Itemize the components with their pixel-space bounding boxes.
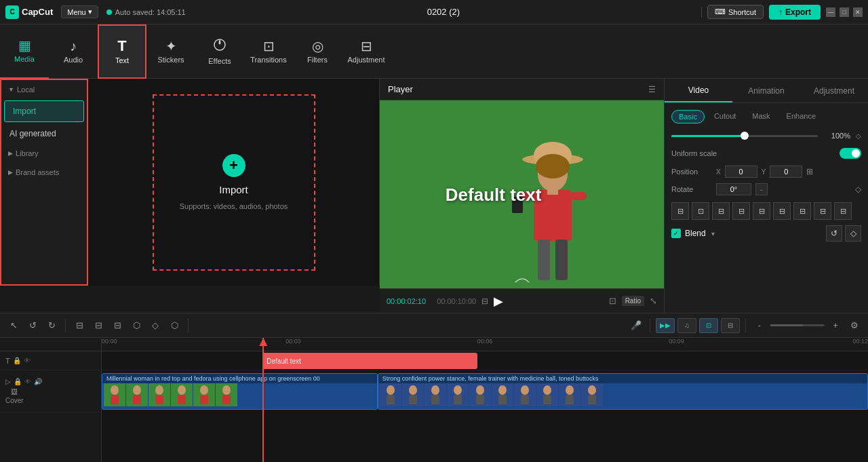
blend-dropdown-icon[interactable]: ▾ <box>711 230 715 237</box>
top-bar: C CapCut Menu ▾ Auto saved: 14:05:11 020… <box>0 0 868 24</box>
track-4-button[interactable]: ⊟ <box>721 318 740 333</box>
ai-generated-item[interactable]: AI generated <box>1 123 87 144</box>
fullscreen-icon[interactable]: ⊡ <box>609 296 616 306</box>
export-button[interactable]: ↑ Export <box>769 5 821 20</box>
blend-checkbox[interactable]: ✓ <box>671 229 681 238</box>
toggle-thumb <box>852 149 860 157</box>
brand-assets-section-header[interactable]: ▶ Brand assets <box>1 163 87 182</box>
svg-point-40 <box>454 385 462 395</box>
split-tool[interactable]: ⊟ <box>71 317 87 334</box>
player-menu-icon[interactable]: ☰ <box>648 85 656 94</box>
rotate-label: Rotate <box>671 185 712 193</box>
tool-stickers[interactable]: ✦ Stickers <box>146 24 195 79</box>
svg-rect-41 <box>454 395 462 404</box>
video-clip-1[interactable]: Millennial woman in red top and fedora u… <box>102 373 378 410</box>
freeze-tool[interactable]: ⬡ <box>128 317 144 334</box>
crop-tool[interactable]: ⊟ <box>109 317 125 334</box>
scale-slider[interactable] <box>671 135 818 137</box>
stabilize-tool[interactable]: ◇ <box>147 317 163 334</box>
lock-icon[interactable]: 🔒 <box>13 357 21 364</box>
align-center-h-icon[interactable]: ⊡ <box>692 202 709 220</box>
zoom-slider[interactable] <box>770 324 825 326</box>
right-panel-tabs: Video Animation Adjustment <box>665 79 868 103</box>
pos-link-icon[interactable]: ⊞ <box>806 167 813 176</box>
close-button[interactable]: ✕ <box>853 7 863 17</box>
settings-tl-button[interactable]: ⚙ <box>846 317 863 334</box>
subtab-mask[interactable]: Mask <box>745 110 776 123</box>
rotate-diamond-icon[interactable]: ◇ <box>855 185 861 194</box>
align-right-icon[interactable]: ⊟ <box>712 202 730 220</box>
tab-animation[interactable]: Animation <box>732 79 800 102</box>
main-lock-icon[interactable]: 🔒 <box>14 378 22 385</box>
pos-y-input[interactable] <box>770 166 802 178</box>
menu-button[interactable]: Menu ▾ <box>61 5 98 18</box>
subtab-cutout[interactable]: Cutout <box>707 110 743 123</box>
minimize-button[interactable]: — <box>826 7 835 17</box>
local-section-header[interactable]: ▼ Local <box>1 80 87 99</box>
grid-icon[interactable]: ⊟ <box>481 296 488 306</box>
playhead[interactable] <box>262 338 264 462</box>
zoom-in-button[interactable]: + <box>827 317 844 334</box>
rotate-input[interactable] <box>716 183 751 195</box>
text-track-row: Default text <box>102 351 868 370</box>
svg-rect-9 <box>538 239 550 280</box>
undo-tl-button[interactable]: ↺ <box>24 317 41 334</box>
cover-button[interactable]: 🖼 Cover <box>5 388 24 404</box>
library-section-header[interactable]: ▶ Library <box>1 144 87 163</box>
subtab-enhance[interactable]: Enhance <box>780 110 823 123</box>
ratio-button[interactable]: Ratio <box>622 296 644 306</box>
rotate-row: Rotate - ◇ <box>671 183 861 195</box>
mic-button[interactable]: 🎤 <box>628 317 644 334</box>
import-drop-area[interactable]: + Import Supports: videos, audios, photo… <box>153 94 315 271</box>
left-side: ▼ Local Import AI generated ▶ Library ▶ … <box>0 79 380 286</box>
rotate-minus[interactable]: - <box>755 183 768 195</box>
tool-adjustment[interactable]: ⊟ Adjustment <box>342 24 391 79</box>
ruler-spacer <box>0 338 101 351</box>
video-clip-2[interactable]: Strong confident power stance, female tr… <box>378 373 868 410</box>
text-clip[interactable]: Default text <box>262 353 477 369</box>
align-center-v-icon[interactable]: ⊟ <box>753 202 770 220</box>
cursor-tool[interactable]: ↖ <box>5 317 22 334</box>
expand-icon[interactable]: ⤡ <box>650 296 657 306</box>
shortcut-button[interactable]: ⌨ Shortcut <box>707 5 764 19</box>
audio-track-button[interactable]: ♫ <box>677 318 696 333</box>
align-bottom-icon[interactable]: ⊟ <box>773 202 791 220</box>
tool-audio[interactable]: ♪ Audio <box>49 24 98 79</box>
align-extra-icon[interactable]: ⊟ <box>834 202 852 220</box>
tool-filters[interactable]: ◎ Filters <box>293 24 342 79</box>
thumb-2-5 <box>469 383 491 406</box>
maximize-button[interactable]: □ <box>840 7 849 17</box>
scale-diamond-icon[interactable]: ◇ <box>856 132 861 140</box>
transform-tool[interactable]: ⬡ <box>166 317 182 334</box>
tab-video[interactable]: Video <box>665 79 732 102</box>
pos-x-input[interactable] <box>725 166 757 178</box>
main-audio-icon[interactable]: 🔊 <box>34 378 42 385</box>
main-icon[interactable]: ▷ <box>5 378 11 385</box>
play-button[interactable]: ▶ <box>494 294 503 309</box>
eye-icon[interactable]: 👁 <box>24 357 31 364</box>
undo-button[interactable]: ↺ <box>826 225 842 242</box>
redo-button[interactable]: ◇ <box>845 225 861 242</box>
tool-effects[interactable]: Effects <box>195 24 244 79</box>
distribute-h-icon[interactable]: ⊟ <box>793 202 811 220</box>
tab-adjustment[interactable]: Adjustment <box>800 79 868 102</box>
subtab-basic[interactable]: Basic <box>671 110 705 123</box>
tool-text[interactable]: T Text <box>98 24 146 79</box>
person-figure <box>498 126 607 288</box>
tool-media[interactable]: ▦ Media <box>0 24 49 79</box>
main-eye-icon[interactable]: 👁 <box>24 378 31 385</box>
adjustment-label: Adjustment <box>347 56 384 64</box>
align-left-icon[interactable]: ⊟ <box>671 202 689 220</box>
distribute-v-icon[interactable]: ⊟ <box>814 202 831 220</box>
delete-tool[interactable]: ⊟ <box>90 317 106 334</box>
track-3-button[interactable]: ⊡ <box>699 318 718 333</box>
main-track-button[interactable]: ▶▶ <box>656 318 675 333</box>
zoom-out-button[interactable]: - <box>751 317 768 334</box>
uniform-scale-toggle[interactable] <box>840 148 861 159</box>
redo-tl-button[interactable]: ↻ <box>43 317 60 334</box>
tool-transitions[interactable]: ⊡ Transitions <box>244 24 293 79</box>
scale-thumb[interactable] <box>741 132 749 140</box>
import-button[interactable]: Import <box>4 100 84 122</box>
export-icon: ↑ <box>778 7 783 17</box>
align-top-icon[interactable]: ⊟ <box>732 202 750 220</box>
